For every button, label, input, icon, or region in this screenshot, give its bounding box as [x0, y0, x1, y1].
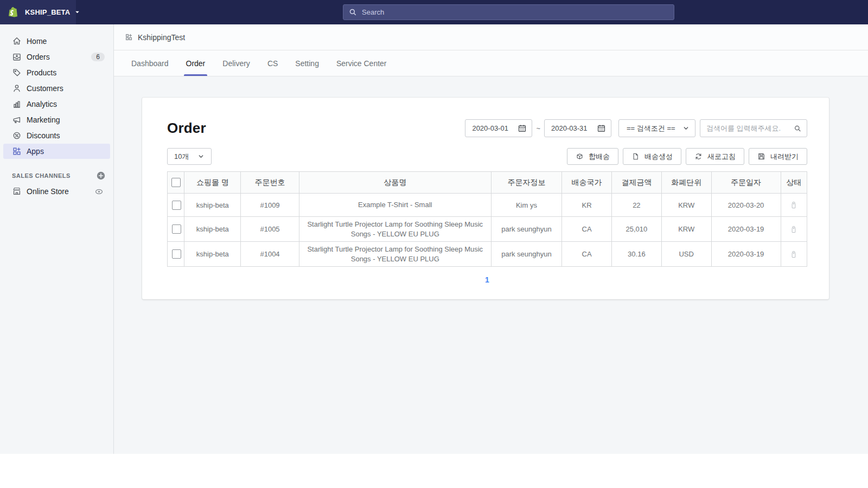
download-button[interactable]: 내려받기	[749, 148, 807, 165]
page-size-select[interactable]: 10개	[167, 148, 212, 165]
cell-date: 2020-03-19	[711, 242, 781, 267]
apps-grid-icon	[125, 33, 133, 41]
table-toolbar: 10개 합배송 배송생성 새로고침 내려받기	[167, 148, 807, 165]
date-to-input[interactable]: 2020-03-31	[544, 119, 611, 137]
table-row: kship-beta #1005 Starlight Turtle Projec…	[168, 217, 807, 242]
sidebar-item-marketing[interactable]: Marketing	[3, 112, 110, 127]
admin-app-frame: KSHIP_BETA Home Orders 6 Products Custom…	[0, 0, 868, 454]
date-range-separator: ~	[536, 124, 540, 132]
page-size-value: 10개	[174, 152, 189, 162]
discount-badge-icon	[12, 131, 22, 140]
combine-shipping-button[interactable]: 합배송	[567, 148, 618, 165]
cell-country: CA	[562, 217, 612, 242]
global-search	[343, 4, 674, 20]
row-checkbox[interactable]	[172, 224, 181, 234]
search-icon[interactable]	[794, 124, 802, 133]
date-from-value: 2020-03-01	[472, 124, 508, 132]
global-search-input[interactable]	[362, 8, 668, 16]
save-disk-icon	[757, 152, 765, 160]
cell-product: Example T-Shirt - Small	[299, 194, 491, 217]
sidebar: Home Orders 6 Products Customers Analyti…	[0, 24, 114, 454]
sidebar-item-label: Analytics	[27, 100, 57, 108]
action-buttons: 합배송 배송생성 새로고침 내려받기	[563, 148, 807, 165]
date-from-input[interactable]: 2020-03-01	[465, 119, 532, 137]
table-row: kship-beta #1004 Starlight Turtle Projec…	[168, 242, 807, 267]
sidebar-item-label: Home	[27, 37, 47, 46]
tab-setting[interactable]: Setting	[286, 50, 328, 76]
row-checkbox[interactable]	[172, 249, 181, 259]
sidebar-item-label: Online Store	[27, 187, 69, 196]
breadcrumb: KshippingTest	[114, 24, 868, 50]
plus-circle-icon	[96, 171, 106, 181]
cell-shop: kship-beta	[184, 242, 241, 267]
megaphone-icon	[12, 115, 22, 125]
cell-customer: park seunghyun	[491, 242, 561, 267]
table-row: kship-beta #1009 Example T-Shirt - Small…	[168, 194, 807, 217]
bar-chart-icon	[12, 99, 22, 109]
refresh-button[interactable]: 새로고침	[686, 148, 744, 165]
topbar: KSHIP_BETA	[0, 0, 868, 24]
table-header-row: 쇼핑몰 명 주문번호 상품명 주문자정보 배송국가 결제금액 화폐단위 주문일자…	[168, 172, 807, 194]
sidebar-item-label: Orders	[27, 53, 50, 61]
select-all-checkbox[interactable]	[171, 178, 181, 187]
sidebar-item-orders[interactable]: Orders 6	[3, 49, 110, 65]
sidebar-item-home[interactable]: Home	[3, 34, 110, 49]
calendar-icon[interactable]	[597, 124, 606, 133]
store-name: KSHIP_BETA	[25, 8, 70, 16]
add-sales-channel-button[interactable]	[96, 171, 106, 181]
cell-date: 2020-03-19	[711, 217, 781, 242]
page-number[interactable]: 1	[482, 274, 493, 285]
orders-icon	[12, 52, 22, 62]
button-label: 배송생성	[644, 152, 673, 162]
tab-service-center[interactable]: Service Center	[328, 50, 395, 76]
apps-grid-icon	[12, 146, 22, 156]
app-tabs: Dashboard Order Delivery CS Setting Serv…	[114, 50, 868, 76]
tab-delivery[interactable]: Delivery	[214, 50, 259, 76]
col-header-date: 주문일자	[711, 172, 781, 194]
sidebar-item-label: Products	[27, 68, 56, 77]
eye-icon	[94, 187, 104, 196]
sidebar-item-label: Marketing	[27, 115, 60, 124]
row-checkbox[interactable]	[172, 201, 181, 210]
document-icon	[631, 152, 640, 160]
sidebar-item-online-store[interactable]: Online Store	[3, 184, 110, 199]
cell-amount: 22	[611, 194, 661, 217]
sidebar-item-label: Discounts	[27, 131, 60, 140]
calendar-icon[interactable]	[518, 124, 527, 133]
sidebar-item-label: Customers	[27, 84, 63, 93]
person-icon	[12, 84, 22, 93]
cell-currency: KRW	[661, 194, 711, 217]
search-icon	[349, 8, 357, 16]
sidebar-item-analytics[interactable]: Analytics	[3, 97, 110, 112]
cell-shop: kship-beta	[184, 194, 241, 217]
cell-order-no: #1005	[241, 217, 299, 242]
tab-dashboard[interactable]: Dashboard	[123, 50, 177, 76]
cell-country: KR	[562, 194, 612, 217]
storefront-icon	[12, 187, 22, 196]
sales-channels-label: SALES CHANNELS	[12, 172, 71, 179]
store-switcher[interactable]: KSHIP_BETA	[0, 0, 76, 24]
button-label: 합배송	[589, 152, 610, 162]
status-tag-icon	[789, 201, 798, 209]
col-header-currency: 화폐단위	[661, 172, 711, 194]
breadcrumb-app-link[interactable]: KshippingTest	[125, 33, 185, 42]
col-header-shop: 쇼핑몰 명	[184, 172, 241, 194]
status-tag-icon	[789, 225, 798, 234]
create-shipment-button[interactable]: 배송생성	[623, 148, 681, 165]
status-tag-icon	[789, 250, 798, 259]
cell-customer: park seunghyun	[491, 217, 561, 242]
order-panel: Order 2020-03-01 ~ 2020-03-31 == 검색조건 ==	[142, 98, 829, 299]
keyword-search-input[interactable]	[706, 124, 794, 132]
sidebar-item-apps[interactable]: Apps	[3, 144, 110, 159]
home-icon	[12, 36, 22, 46]
tab-cs[interactable]: CS	[259, 50, 286, 76]
sidebar-item-products[interactable]: Products	[3, 65, 110, 80]
filter-bar: 2020-03-01 ~ 2020-03-31 == 검색조건 ==	[465, 119, 807, 137]
sidebar-item-discounts[interactable]: Discounts	[3, 128, 110, 143]
sidebar-item-customers[interactable]: Customers	[3, 81, 110, 96]
chevron-down-icon	[197, 153, 205, 160]
view-store-button[interactable]	[94, 187, 104, 196]
tab-order[interactable]: Order	[177, 50, 214, 76]
cell-customer: Kim ys	[491, 194, 561, 217]
search-condition-select[interactable]: == 검색조건 ==	[618, 119, 695, 137]
